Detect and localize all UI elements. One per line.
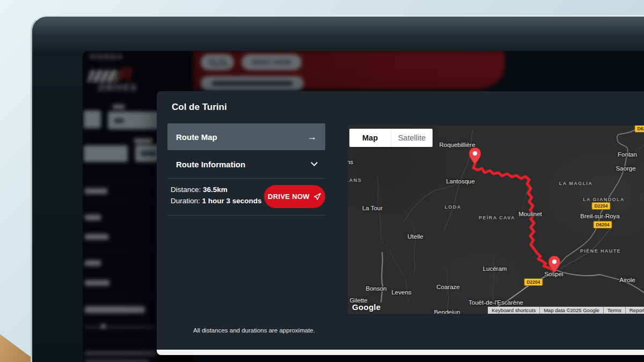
road-badge: D2204 xyxy=(591,202,610,210)
photo-background: HONDA R DRIVES xyxy=(0,0,644,362)
google-map[interactable]: RoquebillièreLantosqueLa TourMoulinetUte… xyxy=(348,125,644,314)
route-modal: Col de Turini Route Map → Route Informat… xyxy=(157,91,644,355)
map-area-label: LODA xyxy=(444,204,461,210)
map-pin-icon xyxy=(469,147,481,165)
map-town-label: Breil-sur-Roya xyxy=(580,213,620,219)
map-area-label: PIÈNE HAUTE xyxy=(580,248,621,254)
route-map-button[interactable]: Route Map → xyxy=(167,123,325,150)
drive-now-label: DRIVE NOW xyxy=(268,193,310,201)
duration-line: Duration: 1 hour 3 seconds xyxy=(171,195,262,206)
drive-now-button[interactable]: DRIVE NOW xyxy=(264,185,325,208)
map-town-label: Fontan xyxy=(618,151,637,158)
map-tab[interactable]: Map xyxy=(349,129,391,147)
route-markers xyxy=(469,147,560,273)
route-information-accordion[interactable]: Route Information xyxy=(167,152,325,176)
map-town-label: La Tour xyxy=(362,205,383,211)
map-town-label: Lantosque xyxy=(446,178,475,184)
laptop-bezel: HONDA R DRIVES xyxy=(31,15,644,362)
map-town-label: ns xyxy=(348,159,353,165)
route-information-label: Route Information xyxy=(176,160,245,169)
map-area-label: PEÏRA CAVA xyxy=(479,215,515,220)
map-area-label: LA MAGLIA xyxy=(559,181,592,186)
attribution-link[interactable]: Report a map error xyxy=(625,307,644,314)
map-town-label: Bonson xyxy=(365,285,386,292)
route-map-label: Route Map xyxy=(176,132,217,142)
map-town-label: Coaraze xyxy=(436,284,459,290)
map-town-label: Lucéram xyxy=(483,265,507,272)
road-badge: D6204 xyxy=(593,221,612,228)
page-title: Col de Turini xyxy=(172,102,227,113)
map-town-label: Roquebillière xyxy=(439,142,475,148)
duration-value: 1 hour 3 seconds xyxy=(202,197,262,205)
laptop-screen: HONDA R DRIVES xyxy=(83,51,644,362)
navigation-icon xyxy=(313,193,321,201)
map-town-label: Utelle xyxy=(407,233,423,240)
distance-value: 36.5km xyxy=(203,186,228,194)
map-area-label: LANS xyxy=(348,178,362,183)
chevron-down-icon xyxy=(311,159,318,166)
google-logo: Google xyxy=(352,302,380,312)
map-town-label: Sospel xyxy=(544,271,563,277)
map-town-label: Levens xyxy=(391,289,411,295)
route-stats: Distance: 36.5km Duration: 1 hour 3 seco… xyxy=(171,184,262,206)
map-town-label: Airole xyxy=(619,277,635,283)
attribution-link[interactable]: Terms xyxy=(603,307,625,314)
attribution-link[interactable]: Keyboard shortcuts xyxy=(488,307,539,314)
map-town-label: Saorge xyxy=(616,165,635,172)
satellite-tab[interactable]: Satellite xyxy=(391,129,433,147)
road-badge: D2204 xyxy=(524,278,543,286)
map-area-label: LA GIANDOLA xyxy=(583,197,625,202)
arrow-right-icon: → xyxy=(307,131,317,143)
attribution-link[interactable]: Map data ©2025 Google xyxy=(539,307,603,314)
map-type-control: Map Satellite xyxy=(349,129,433,147)
map-attribution: Keyboard shortcutsMap data ©2025 GoogleT… xyxy=(488,307,644,314)
divider xyxy=(167,178,325,179)
map-town-label: Touët-de-l'Escarène xyxy=(469,299,523,306)
approximation-note: All distances and durations are approxim… xyxy=(193,327,315,334)
distance-line: Distance: 36.5km xyxy=(171,184,262,195)
map-town-label: Bendejun xyxy=(434,309,460,314)
divider xyxy=(167,215,325,216)
road-badge: D6204 xyxy=(634,125,644,132)
map-town-label: Moulinet xyxy=(518,211,541,217)
modal-footer-strip xyxy=(157,350,644,355)
